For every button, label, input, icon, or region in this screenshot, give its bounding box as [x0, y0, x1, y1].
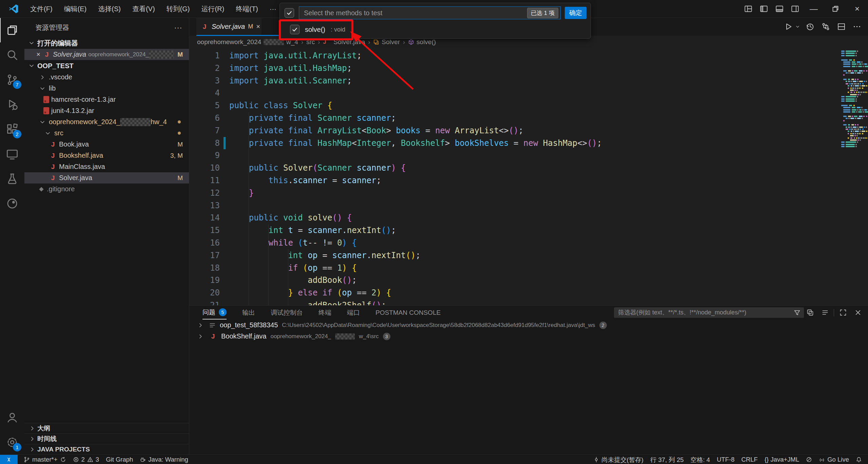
- activitybar-source-control[interactable]: 7: [0, 67, 24, 92]
- tree-item[interactable]: hamcrest-core-1.3.jar: [24, 94, 189, 105]
- panel-tab-POSTMAN CONSOLE[interactable]: POSTMAN CONSOLE: [375, 306, 441, 320]
- editor-group: J Solver.java M × ooprehomework_2024w_4›…: [189, 18, 868, 305]
- activitybar-extensions[interactable]: 2: [0, 117, 24, 141]
- jar-file-icon: [43, 107, 49, 114]
- panel-tab-问题[interactable]: 问题5: [202, 306, 227, 320]
- close-icon[interactable]: ×: [34, 50, 43, 59]
- menu-run[interactable]: 运行(R): [195, 2, 230, 15]
- layout-grid-icon[interactable]: [740, 2, 756, 15]
- breadcrumb-item[interactable]: Solver: [382, 38, 400, 46]
- status-notifications[interactable]: [852, 455, 865, 464]
- jar-file-icon: [43, 96, 49, 103]
- open-editor-solver[interactable]: ×JSolver.javaooprehomework_2024_M: [24, 49, 189, 60]
- activitybar-run-debug[interactable]: [0, 92, 24, 117]
- status-encoding[interactable]: UTF-8: [713, 455, 738, 464]
- layout-panel-icon[interactable]: [772, 2, 787, 15]
- tab-close-icon[interactable]: ×: [256, 23, 260, 31]
- status-cursor-position[interactable]: 行 37, 列 25: [647, 455, 687, 464]
- split-horizontal-icon[interactable]: [834, 20, 848, 34]
- status-git-branch[interactable]: master*+: [20, 455, 70, 464]
- tree-item[interactable]: JMainClass.java: [24, 161, 189, 172]
- java-file-icon: J: [49, 174, 57, 182]
- tree-item[interactable]: .vscode: [24, 72, 189, 83]
- section-时间线[interactable]: 时间线: [24, 433, 189, 444]
- minimize-button[interactable]: —: [803, 0, 825, 18]
- menu-selection[interactable]: 选择(S): [92, 2, 127, 15]
- activitybar-accounts[interactable]: [0, 405, 24, 430]
- tree-item[interactable]: src: [24, 128, 189, 139]
- tree-item[interactable]: JBookshelf.java3, M: [24, 150, 189, 161]
- tree-item[interactable]: ooprehomework_2024_hw_4: [24, 116, 189, 128]
- section-JAVA PROJECTS[interactable]: JAVA PROJECTS: [24, 444, 189, 455]
- activitybar-settings[interactable]: 1: [0, 430, 24, 455]
- chevron-small-down-icon[interactable]: [793, 20, 802, 34]
- problem-count-badge: 2: [599, 322, 607, 329]
- menu-go[interactable]: 转到(G): [161, 2, 196, 15]
- tab-modified-badge: M: [248, 23, 253, 30]
- status-indentation[interactable]: 空格: 4: [687, 455, 714, 464]
- explorer-sidebar: 资源管理器 ··· 打开的编辑器×JSolver.javaooprehomewo…: [24, 18, 189, 455]
- list-lines-icon[interactable]: [819, 307, 831, 318]
- tab-solver-java[interactable]: J Solver.java M ×: [196, 18, 262, 36]
- problem-row[interactable]: oop_test_58f38345C:\Users\24502\AppData\…: [189, 320, 868, 331]
- status-remote[interactable]: [0, 455, 18, 464]
- tree-item[interactable]: lib: [24, 83, 189, 94]
- gitignore-icon: [38, 186, 45, 193]
- activitybar-explorer[interactable]: [0, 18, 24, 42]
- workspace-root[interactable]: OOP_TEST: [24, 60, 189, 72]
- status-git-graph[interactable]: Git Graph: [102, 455, 136, 464]
- remote-icon: [6, 148, 18, 160]
- collapse-squares-icon[interactable]: [804, 307, 816, 318]
- sidebar-more-button[interactable]: ···: [174, 23, 182, 32]
- open-editors-header[interactable]: 打开的编辑器: [24, 37, 189, 49]
- tree-item[interactable]: JSolver.javaM: [24, 172, 189, 183]
- activitybar-testing[interactable]: [0, 166, 24, 191]
- problem-row[interactable]: JBookShelf.javaooprehomework_2024_w_4\sr…: [189, 331, 868, 342]
- layout-sidebar-left-icon[interactable]: [756, 2, 772, 15]
- activitybar-postman[interactable]: [0, 191, 24, 216]
- beaker-icon: [6, 173, 18, 185]
- tree-item[interactable]: .gitignore: [24, 183, 189, 195]
- java-file-icon: J: [49, 152, 57, 159]
- quick-pick-input[interactable]: [303, 9, 527, 17]
- breadcrumb-folder[interactable]: ooprehomework_2024: [197, 38, 261, 46]
- status-java-status[interactable]: Java: Warning: [136, 455, 192, 464]
- section-大纲[interactable]: 大纲: [24, 423, 189, 433]
- panel-tab-端口[interactable]: 端口: [347, 306, 360, 320]
- problems-filter-input[interactable]: [617, 309, 794, 316]
- status-eol[interactable]: CRLF: [738, 455, 761, 464]
- panel-tab-输出[interactable]: 输出: [242, 306, 255, 320]
- activitybar-search[interactable]: [0, 42, 24, 67]
- status-problems[interactable]: 23: [70, 455, 103, 464]
- maximize-corners-icon[interactable]: [837, 307, 849, 318]
- history-icon[interactable]: [803, 20, 817, 34]
- compare-changes-icon[interactable]: [818, 20, 833, 34]
- menu-edit[interactable]: 编辑(E): [58, 2, 93, 15]
- status-copilot[interactable]: [803, 455, 815, 464]
- vscode-logo-icon: [8, 3, 19, 14]
- status-language-mode[interactable]: {} Java+JML: [761, 455, 803, 464]
- status-commit-status[interactable]: 尚未提交(暂存): [590, 455, 647, 464]
- close-x-icon[interactable]: [852, 307, 864, 318]
- selected-count-badge: 已选 1 项: [527, 8, 558, 18]
- menu-terminal[interactable]: 终端(T): [230, 2, 264, 15]
- breadcrumb-item[interactable]: solve(): [417, 38, 436, 46]
- select-all-checkbox[interactable]: [285, 8, 294, 18]
- method-sym-icon: [408, 39, 414, 45]
- minimap[interactable]: [841, 51, 865, 148]
- menu-view[interactable]: 查看(V): [127, 2, 161, 15]
- code-editor[interactable]: 123456789101112131415161718192021 import…: [189, 49, 868, 305]
- close-button[interactable]: ×: [846, 0, 868, 18]
- confirm-button[interactable]: 确定: [565, 7, 586, 19]
- layout-sidebar-right-icon[interactable]: [787, 2, 803, 15]
- restore-button[interactable]: [825, 0, 846, 18]
- menu-file[interactable]: 文件(F): [24, 2, 58, 15]
- activitybar-remote-explorer[interactable]: [0, 141, 24, 166]
- problems-filter[interactable]: [614, 307, 804, 318]
- panel-tab-终端[interactable]: 终端: [319, 306, 331, 320]
- tree-item[interactable]: JBook.javaM: [24, 139, 189, 150]
- status-go-live[interactable]: Go Live: [815, 455, 852, 464]
- more-dots-icon[interactable]: [850, 20, 864, 34]
- panel-tab-调试控制台[interactable]: 调试控制台: [271, 306, 303, 320]
- tree-item[interactable]: junit-4.13.2.jar: [24, 105, 189, 116]
